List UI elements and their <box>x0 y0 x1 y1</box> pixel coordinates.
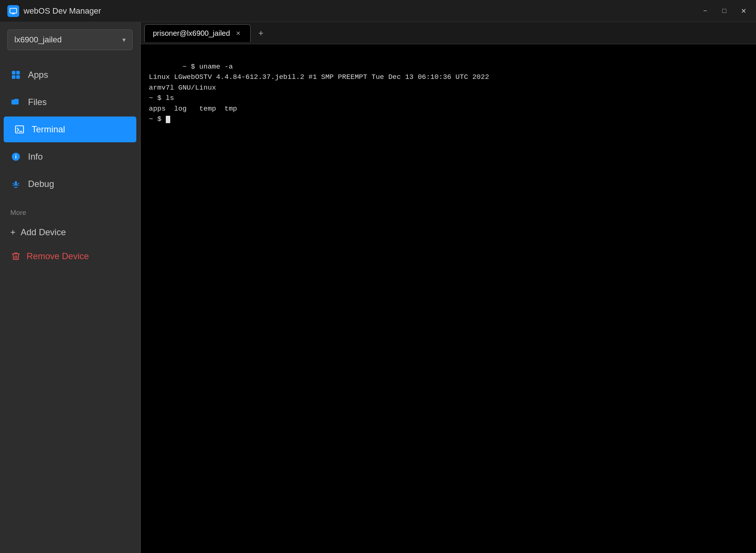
svg-line-13 <box>18 183 19 184</box>
terminal-tab[interactable]: prisoner@lx6900_jailed ✕ <box>144 24 251 42</box>
terminal-area: prisoner@lx6900_jailed ✕ + ~ $ uname -a … <box>140 22 756 553</box>
svg-rect-0 <box>10 8 17 13</box>
apps-label: Apps <box>28 70 48 80</box>
info-icon: i <box>10 151 21 162</box>
svg-rect-5 <box>12 75 15 79</box>
tab-label: prisoner@lx6900_jailed <box>153 29 230 38</box>
device-selector[interactable]: lx6900_jailed ▾ <box>7 29 133 50</box>
remove-device-label: Remove Device <box>27 251 89 261</box>
svg-line-15 <box>18 185 19 185</box>
terminal-content[interactable]: ~ $ uname -a Linux LGwebOSTV 4.4.84-612.… <box>141 44 756 553</box>
terminal-icon <box>14 124 25 135</box>
sidebar-item-apps[interactable]: Apps <box>0 62 140 88</box>
svg-line-14 <box>13 185 14 185</box>
minimize-button[interactable]: − <box>700 6 710 16</box>
terminal-label: Terminal <box>32 124 65 135</box>
svg-rect-4 <box>16 71 20 74</box>
cursor <box>166 116 170 123</box>
app-icon <box>7 5 19 17</box>
sidebar-item-files[interactable]: Files <box>0 89 140 115</box>
more-section-label: More <box>0 201 140 220</box>
sidebar-item-terminal[interactable]: Terminal <box>4 116 136 142</box>
titlebar-left: webOS Dev Manager <box>7 5 101 17</box>
titlebar-controls: − □ ✕ <box>700 6 749 16</box>
remove-device-button[interactable]: Remove Device <box>0 244 140 268</box>
add-device-label: Add Device <box>21 227 66 237</box>
add-tab-button[interactable]: + <box>254 27 267 40</box>
tab-close-button[interactable]: ✕ <box>234 29 242 38</box>
svg-text:i: i <box>15 153 17 160</box>
terminal-output: ~ $ uname -a Linux LGwebOSTV 4.4.84-612.… <box>149 51 748 135</box>
svg-rect-6 <box>16 75 20 79</box>
apps-icon <box>10 69 21 80</box>
sidebar-item-info[interactable]: i Info <box>0 144 140 170</box>
chevron-down-icon: ▾ <box>122 36 126 44</box>
titlebar: webOS Dev Manager − □ ✕ <box>0 0 756 22</box>
files-icon <box>10 97 21 108</box>
sidebar-item-debug[interactable]: Debug <box>0 171 140 197</box>
debug-label: Debug <box>28 179 54 189</box>
maximize-button[interactable]: □ <box>719 6 729 16</box>
plus-icon: + <box>10 227 15 237</box>
app-title: webOS Dev Manager <box>24 6 101 16</box>
info-label: Info <box>28 152 43 162</box>
add-device-button[interactable]: + Add Device <box>0 220 140 244</box>
svg-rect-3 <box>12 71 15 74</box>
debug-icon <box>10 178 21 189</box>
device-selector-text: lx6900_jailed <box>14 35 62 45</box>
main-layout: lx6900_jailed ▾ Apps Files <box>0 22 756 553</box>
files-label: Files <box>28 97 47 107</box>
svg-rect-7 <box>15 126 24 133</box>
tabs-bar: prisoner@lx6900_jailed ✕ + <box>141 22 756 44</box>
sidebar: lx6900_jailed ▾ Apps Files <box>0 22 140 553</box>
trash-icon <box>10 251 21 262</box>
close-button[interactable]: ✕ <box>738 6 749 16</box>
terminal-line-1: ~ $ uname -a Linux LGwebOSTV 4.4.84-612.… <box>149 63 489 124</box>
svg-line-12 <box>13 183 14 184</box>
